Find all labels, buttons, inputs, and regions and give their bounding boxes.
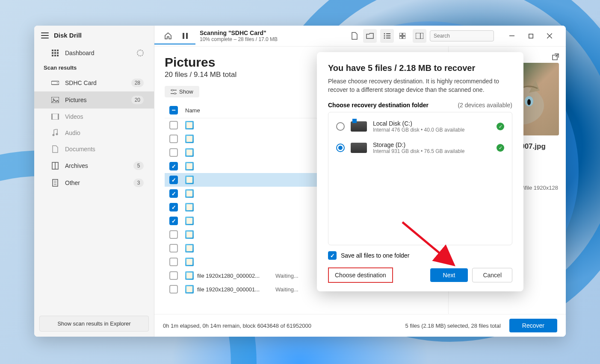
sidebar-item-videos[interactable]: Videos — [34, 109, 154, 125]
status-elapsed: 0h 1m elapsed, 0h 14m remain, block 6043… — [163, 323, 311, 329]
minimize-button[interactable] — [502, 29, 521, 42]
next-button[interactable]: Next — [430, 268, 468, 282]
radio-button[interactable] — [336, 144, 345, 152]
sidebar-item-dashboard[interactable]: Dashboard — [34, 45, 154, 61]
image-file-icon — [185, 189, 194, 198]
row-checkbox[interactable] — [169, 230, 178, 239]
sidebar-item-label: Pictures — [65, 97, 87, 103]
image-file-icon — [185, 258, 194, 266]
archives-icon — [51, 162, 59, 170]
sidebar: Disk Drill Dashboard Scan results SDHC C… — [34, 26, 154, 337]
row-checkbox[interactable] — [169, 271, 178, 280]
image-file-icon — [185, 135, 194, 143]
device-name: Local Disk (C:) — [373, 120, 491, 127]
show-filter-button[interactable]: Show — [165, 86, 199, 97]
split-view-button[interactable] — [413, 29, 426, 43]
svg-point-54 — [527, 99, 531, 105]
badge: 28 — [131, 79, 144, 87]
modal-title: You have 5 files / 2.18 MB to recover — [328, 63, 512, 73]
svg-rect-24 — [183, 33, 184, 39]
modal-section-label: Choose recovery destination folder — [328, 102, 429, 109]
svg-rect-5 — [57, 52, 59, 54]
file-name: file 1920x1280_000001... — [197, 286, 260, 293]
recover-button[interactable]: Recover — [509, 319, 557, 332]
svg-rect-14 — [51, 114, 53, 120]
sidebar-item-label: Audio — [65, 129, 80, 136]
select-all-checkbox[interactable] — [169, 106, 178, 114]
scan-subtitle: 10% complete – 28 files / 17.0 MB — [200, 36, 344, 42]
row-checkbox[interactable] — [169, 162, 178, 170]
svg-point-26 — [384, 33, 385, 35]
device-row-local-disk[interactable]: Local Disk (C:) Internal 476 GB disk • 4… — [328, 116, 512, 137]
modal-description: Please choose recovery destination. It i… — [328, 77, 512, 94]
badge: 3 — [133, 179, 144, 187]
image-file-icon — [185, 162, 194, 170]
search-input[interactable] — [434, 33, 498, 39]
grid-view-button[interactable] — [396, 29, 409, 43]
grid-icon — [51, 49, 59, 57]
sidebar-item-pictures[interactable]: Pictures 20 — [34, 91, 154, 109]
svg-rect-33 — [403, 33, 405, 35]
svg-rect-0 — [52, 50, 53, 51]
sidebar-item-label: Documents — [65, 146, 95, 153]
show-in-explorer-button[interactable]: Show scan results in Explorer — [39, 316, 149, 332]
sidebar-item-label: SDHC Card — [65, 79, 97, 86]
row-checkbox[interactable] — [169, 244, 178, 252]
row-checkbox[interactable] — [169, 217, 178, 225]
svg-point-16 — [53, 134, 55, 136]
videos-icon — [51, 113, 59, 120]
svg-rect-35 — [403, 36, 405, 39]
sidebar-item-archives[interactable]: Archives 5 — [34, 157, 154, 174]
pause-button[interactable] — [178, 29, 192, 43]
device-row-storage[interactable]: Storage (D:) Internal 931 GB disk • 76.5… — [328, 137, 512, 159]
choose-destination-button[interactable]: Choose destination — [328, 267, 393, 283]
home-button[interactable] — [161, 29, 175, 43]
folder-icon-button[interactable] — [363, 29, 377, 43]
popout-icon[interactable] — [552, 53, 559, 60]
badge: 20 — [131, 96, 144, 104]
search-box[interactable] — [430, 30, 494, 41]
sidebar-section-label: Scan results — [34, 61, 154, 74]
app-window: Disk Drill Dashboard Scan results SDHC C… — [34, 26, 566, 337]
sidebar-item-audio[interactable]: Audio — [34, 125, 154, 141]
statusbar: 0h 1m elapsed, 0h 14m remain, block 6043… — [154, 314, 566, 337]
device-sub: Internal 476 GB disk • 40.0 GB available — [373, 127, 491, 133]
image-file-icon — [185, 203, 194, 211]
sidebar-item-label: Videos — [65, 113, 83, 120]
row-checkbox[interactable] — [169, 176, 178, 184]
sidebar-item-sdhc[interactable]: SDHC Card 28 — [34, 74, 154, 91]
hamburger-icon[interactable] — [41, 32, 49, 38]
row-checkbox[interactable] — [169, 203, 178, 211]
device-name: Storage (D:) — [373, 141, 491, 148]
row-checkbox[interactable] — [169, 121, 178, 129]
row-checkbox[interactable] — [169, 285, 178, 294]
documents-icon — [51, 145, 59, 153]
svg-rect-41 — [529, 34, 533, 38]
save-one-folder-label: Save all files to one folder — [341, 252, 409, 259]
row-checkbox[interactable] — [169, 189, 178, 198]
svg-rect-32 — [399, 33, 402, 35]
file-icon-button[interactable] — [348, 29, 361, 43]
badge: 5 — [133, 161, 144, 170]
cancel-button[interactable]: Cancel — [472, 268, 512, 282]
row-checkbox[interactable] — [169, 148, 178, 157]
list-view-button[interactable] — [380, 29, 394, 43]
modal-devices-count: (2 devices available) — [458, 102, 512, 109]
sidebar-item-other[interactable]: Other 3 — [34, 174, 154, 191]
radio-button[interactable] — [336, 122, 345, 131]
close-button[interactable] — [540, 29, 559, 42]
row-checkbox[interactable] — [169, 258, 178, 266]
sidebar-item-documents[interactable]: Documents — [34, 141, 154, 157]
pictures-icon — [51, 96, 59, 104]
maximize-button[interactable] — [521, 29, 540, 42]
row-checkbox[interactable] — [169, 135, 178, 143]
sliders-icon — [171, 89, 177, 94]
image-file-icon — [185, 121, 194, 129]
svg-point-47 — [174, 93, 176, 94]
svg-rect-1 — [54, 50, 56, 51]
sidebar-item-label: Other — [65, 179, 80, 186]
svg-rect-34 — [399, 36, 402, 39]
recovery-destination-modal: You have 5 files / 2.18 MB to recover Pl… — [317, 52, 523, 291]
save-one-folder-checkbox[interactable] — [328, 251, 337, 260]
sidebar-item-label: Archives — [65, 162, 88, 169]
